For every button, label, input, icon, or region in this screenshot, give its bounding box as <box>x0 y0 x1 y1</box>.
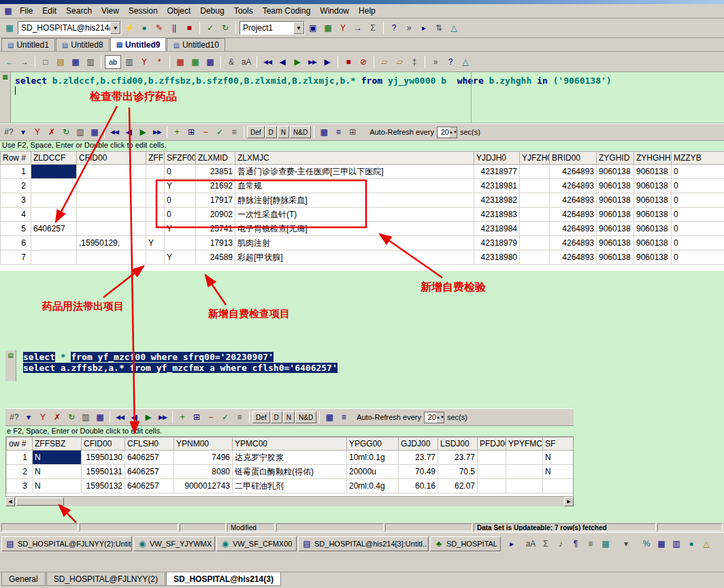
cell[interactable]: 4264893 <box>550 222 597 236</box>
cell[interactable]: 6406257 <box>125 451 174 465</box>
column-header[interactable]: ow # <box>7 438 33 451</box>
cell[interactable]: 1 <box>1 165 31 179</box>
delete-row-icon[interactable]: − <box>199 125 212 139</box>
cell[interactable]: 3 <box>1 193 31 208</box>
tab-untitled8[interactable]: ▤Untitled8 <box>56 38 110 51</box>
scroll-right-icon[interactable]: ▶ <box>564 497 574 506</box>
column-header[interactable]: Row # <box>1 152 31 165</box>
cell[interactable] <box>31 179 77 193</box>
sql-icon[interactable]: % <box>640 537 653 551</box>
cell[interactable] <box>31 250 77 265</box>
cell[interactable]: 3 <box>7 479 33 493</box>
spinner-arrows-icon[interactable]: ▲▼ <box>450 127 457 137</box>
column-header[interactable]: GJDJ00 <box>399 438 438 451</box>
save-icon[interactable]: ▦ <box>88 125 101 139</box>
cell[interactable] <box>506 479 543 493</box>
column-header[interactable]: SF <box>543 438 574 451</box>
cell[interactable] <box>146 250 165 265</box>
cell[interactable]: Y <box>165 179 196 193</box>
record-view-icon[interactable]: ≡ <box>331 125 345 139</box>
delete-row-icon[interactable]: − <box>204 410 218 424</box>
column-header[interactable]: YPMC00 <box>233 438 347 451</box>
tab-untitled9[interactable]: ▤Untitled9 <box>110 37 167 51</box>
column-header[interactable]: CFLSH0 <box>125 438 174 451</box>
sql-editor-lower[interactable]: ▤ select * from yf_mzcf00 where sfrq00='… <box>5 350 574 381</box>
font-icon[interactable]: aA <box>524 537 538 551</box>
list-icon[interactable]: ≡ <box>233 410 246 424</box>
cell[interactable]: 15950130 <box>82 451 125 465</box>
last-row-icon[interactable]: ▶▶ <box>156 410 169 424</box>
cell[interactable]: N <box>33 451 82 465</box>
cell[interactable] <box>146 193 165 208</box>
cell[interactable]: 7496 <box>174 451 233 465</box>
cell[interactable]: 21692 <box>196 179 235 193</box>
prev-record-icon[interactable]: ◀ <box>276 55 289 69</box>
execute-icon[interactable]: ✓ <box>203 21 217 35</box>
user-icon[interactable]: ▸ <box>505 537 519 551</box>
cell[interactable]: 9060138 <box>634 208 672 222</box>
cell[interactable] <box>77 193 146 208</box>
cell[interactable]: 62.07 <box>438 479 478 493</box>
cell[interactable]: 24589 <box>196 250 235 265</box>
cell[interactable]: 17917 <box>196 193 235 208</box>
cell[interactable]: 0 <box>672 250 724 265</box>
cell[interactable]: 4264893 <box>550 165 597 179</box>
cell[interactable]: Y <box>146 236 165 250</box>
column-header[interactable]: CFID00 <box>77 152 146 165</box>
new-document-icon[interactable]: □ <box>39 55 52 69</box>
column-header[interactable]: YJDJH0 <box>474 152 520 165</box>
horizontal-scrollbar[interactable]: ◀ ▶ <box>5 497 574 506</box>
edit-icon[interactable]: ✎ <box>152 21 166 35</box>
first-row-icon[interactable]: ◀◀ <box>113 410 127 424</box>
cell[interactable] <box>478 451 506 465</box>
cell[interactable]: 2 <box>1 179 31 193</box>
save-icon[interactable]: ▦ <box>69 55 82 69</box>
default-toggle[interactable]: Def <box>247 126 265 138</box>
cell[interactable]: 23.77 <box>399 451 438 465</box>
column-header[interactable]: SFZF00 <box>165 152 196 165</box>
cell[interactable]: 7 <box>1 250 31 265</box>
window-button-vw-sf-yjywmx[interactable]: ◉ VW_SF_YJYWMX <box>133 536 215 551</box>
cell[interactable] <box>77 250 146 265</box>
cell[interactable]: 4264893 <box>550 208 597 222</box>
cell[interactable]: 42318984 <box>474 222 520 236</box>
cell[interactable]: 5 <box>1 222 31 236</box>
split-icon[interactable]: ▾ <box>619 537 633 551</box>
more-commands-icon[interactable]: » <box>429 55 442 69</box>
cell[interactable]: 0 <box>672 179 724 193</box>
bolt-icon[interactable]: ⚡ <box>122 21 136 35</box>
cell[interactable]: 70.5 <box>438 465 478 479</box>
cell[interactable]: 9060138 <box>634 236 672 250</box>
break-icon[interactable]: ■ <box>342 55 355 69</box>
cell[interactable]: 42318981 <box>474 179 520 193</box>
cell[interactable]: 6 <box>1 236 31 250</box>
new-session-icon[interactable]: ▦ <box>3 21 16 35</box>
cell[interactable]: 0 <box>672 165 724 179</box>
cell[interactable]: 4264893 <box>550 236 597 250</box>
menu-debug[interactable]: Debug <box>195 5 229 17</box>
column-header[interactable]: YPGG00 <box>347 438 399 451</box>
refresh-icon[interactable]: ↻ <box>59 125 73 139</box>
tools-icon[interactable]: Σ <box>366 21 380 35</box>
first-record-icon[interactable]: ◀◀ <box>261 55 274 69</box>
cell[interactable]: 普通门诊诊查费-主任医师[三甲以下医院] <box>235 165 474 179</box>
menu-object[interactable]: Object <box>163 5 196 17</box>
cell[interactable] <box>31 208 77 222</box>
grid-view-icon[interactable]: ▦ <box>317 125 331 139</box>
find-button[interactable]: ab <box>105 55 121 69</box>
filter-icon[interactable]: Y <box>31 125 44 139</box>
cell[interactable]: 9060138 <box>597 236 634 250</box>
cell[interactable]: 23851 <box>196 165 235 179</box>
menu-tools[interactable]: Tools <box>229 5 258 17</box>
cell[interactable] <box>520 236 550 250</box>
cell[interactable]: 9060138 <box>634 179 672 193</box>
window-button-vw-sf-cfmx00[interactable]: ◉ VW_SF_CFMX00 <box>216 536 297 551</box>
cell[interactable]: 6406257 <box>125 479 174 493</box>
list-icon[interactable]: ≡ <box>584 537 597 551</box>
cell[interactable]: 4264893 <box>550 250 597 265</box>
cell[interactable]: 9060138 <box>597 222 634 236</box>
cell[interactable]: 二甲硅油乳剂 <box>233 479 347 493</box>
cell[interactable] <box>31 236 77 250</box>
column-header[interactable]: MZZYB <box>672 152 724 165</box>
cell[interactable]: 9060138 <box>634 222 672 236</box>
